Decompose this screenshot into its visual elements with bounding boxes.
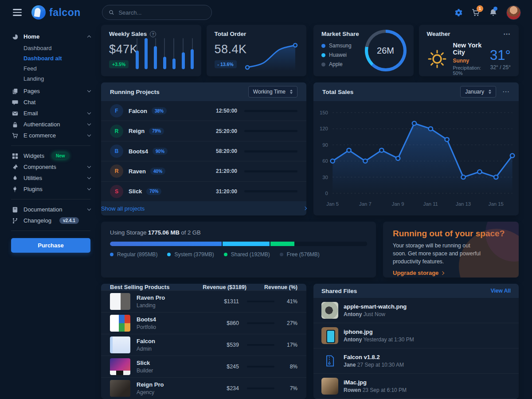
running-projects-header: Running Projects Working Time: [101, 82, 306, 101]
lock-icon: [11, 121, 19, 128]
settings-gear-icon[interactable]: [454, 8, 463, 17]
view-all-link[interactable]: View All: [491, 288, 511, 294]
sidebar-item-ecommerce[interactable]: E commerce: [11, 130, 90, 141]
sidebar-item-components[interactable]: Components: [11, 161, 90, 172]
project-progress-badge: 90%: [153, 148, 168, 155]
chevron-down-icon: [87, 89, 91, 92]
sidebar-item-plugins[interactable]: Plugins: [11, 184, 90, 195]
product-row[interactable]: Raven ProLanding $1311 41%: [101, 290, 306, 312]
weekly-sales-chart: [136, 38, 194, 69]
project-progress-bar: [244, 190, 297, 192]
chevron-down-icon: [87, 111, 91, 114]
sidebar-item-chat[interactable]: Chat: [11, 97, 90, 108]
chevron-down-icon: [87, 164, 91, 168]
sidebar-item-documentation[interactable]: Documentation: [11, 204, 90, 215]
project-time: 21:20:00: [216, 168, 237, 174]
shared-file-item[interactable]: Falcon v1.8.2 Jane 27 Sep at 10:30 AM: [313, 348, 519, 374]
card-menu-dots-icon[interactable]: ⋯: [502, 90, 510, 94]
products-files-row: Best Selling Products Revenue ($3189) Re…: [101, 284, 519, 399]
shared-file-item[interactable]: apple-smart-watch.png Antony Just Now: [313, 298, 519, 323]
legend-dot: [110, 253, 113, 256]
project-row[interactable]: B Boots4 90% 58:20:00: [101, 141, 306, 161]
widgets-grid-icon: [11, 153, 19, 159]
shared-file-item[interactable]: iphone.jpg Antony Yesterday at 1:30 PM: [313, 323, 519, 348]
select-arrows-icon: [290, 90, 293, 94]
version-badge: v2.4.1: [59, 217, 79, 224]
sidebar-item-utilities[interactable]: Utilities: [11, 172, 90, 184]
show-all-projects-link[interactable]: Show all projects: [101, 201, 306, 215]
sidebar-item-home[interactable]: Home: [11, 31, 90, 42]
project-time: 31:20:00: [216, 188, 237, 195]
svg-text:Jan 11: Jan 11: [423, 201, 438, 207]
total-sales-title: Total Sales: [322, 89, 353, 95]
upgrade-storage-link[interactable]: Upgrade storage: [393, 270, 444, 276]
legend-item-free: Free (576MB): [280, 251, 320, 258]
legend-item-regular: Regular (895MB): [110, 251, 157, 258]
storage-row: Using Storage 1775.06 MB of 2 GB Regular…: [101, 222, 519, 278]
sidebar-item-dashboard-alt[interactable]: Dashboard alt: [11, 53, 90, 63]
svg-text:Jan 15: Jan 15: [489, 201, 504, 207]
home-submenu: Dashboard Dashboard alt Feed Landing: [11, 43, 90, 84]
month-select[interactable]: January: [460, 86, 496, 98]
weather-precipitation: Precipitation: 50%: [453, 65, 485, 76]
storage-card: Using Storage 1775.06 MB of 2 GB Regular…: [101, 222, 376, 278]
legend-dot: [321, 44, 325, 48]
book-icon: [11, 207, 19, 213]
legend-item-shared: Shared (192MB): [224, 251, 270, 258]
chevron-down-icon: [87, 187, 91, 190]
chevron-down-icon: [87, 133, 91, 137]
upgrade-storage-card: Running out of your space? Your storage …: [383, 222, 519, 278]
project-row[interactable]: R Reign 79% 25:20:00: [101, 121, 306, 141]
card-menu-dots-icon[interactable]: ⋯: [503, 32, 511, 36]
sidebar-item-dashboard[interactable]: Dashboard: [11, 43, 90, 53]
revenue-column-header: Revenue ($3189): [176, 284, 246, 290]
weekly-sales-title-row: Weekly Sales ?: [109, 31, 193, 37]
total-sales-chart: 0306090120150Jan 5Jan 7Jan 9Jan 11Jan 13…: [313, 101, 519, 212]
sidebar-item-pages[interactable]: Pages: [11, 86, 90, 97]
total-sales-header: Total Sales January ⋯: [313, 82, 519, 101]
hamburger-menu-button[interactable]: [11, 7, 23, 18]
search-input[interactable]: [117, 9, 205, 16]
project-row[interactable]: S Slick 70% 31:20:00: [101, 181, 306, 201]
purchase-button[interactable]: Purchase: [11, 238, 90, 253]
project-row[interactable]: F Falcon 38% 12:50:00: [101, 101, 306, 121]
user-avatar[interactable]: [506, 5, 521, 20]
chevron-right-icon: [441, 271, 444, 275]
market-share-card: Market Share Samsung Huawei: [313, 25, 414, 76]
project-progress-bar: [244, 110, 297, 112]
project-progress-bar: [244, 170, 297, 172]
project-row[interactable]: R Raven 40% 21:20:00: [101, 161, 306, 181]
shopping-cart-icon: [11, 133, 19, 139]
file-zip-icon: [321, 352, 338, 369]
sidebar-item-authentication[interactable]: Authentication: [11, 119, 90, 130]
sidebar-item-feed[interactable]: Feed: [11, 63, 90, 74]
svg-text:60: 60: [322, 158, 328, 164]
product-row[interactable]: Reign ProAgency $234 7%: [101, 377, 306, 399]
cart-icon[interactable]: 1: [472, 8, 480, 17]
product-progress-bar: [247, 387, 274, 389]
puzzle-icon: [11, 164, 19, 170]
storage-bar: [110, 242, 367, 246]
product-row[interactable]: FalconAdmin $539 17%: [101, 334, 306, 356]
search-icon: [109, 9, 114, 16]
product-row[interactable]: Boots4Portfolio $860 27%: [101, 312, 306, 334]
shared-file-item[interactable]: iMac.jpg Rowen 23 Sep at 6:10 PM: [313, 374, 519, 399]
sidebar-item-widgets[interactable]: Widgets New: [11, 150, 90, 161]
working-time-select[interactable]: Working Time: [248, 86, 297, 98]
product-row[interactable]: SlickBuilder $245 8%: [101, 356, 306, 377]
notifications-bell-icon[interactable]: [489, 8, 497, 17]
svg-text:120: 120: [320, 126, 328, 132]
sidebar-item-changelog[interactable]: Changelog v2.4.1: [11, 215, 90, 226]
weather-title-row: Weather ⋯: [427, 31, 511, 37]
info-icon[interactable]: ?: [150, 31, 156, 37]
product-price: $234: [199, 385, 239, 391]
falcon-logo[interactable]: falcon: [31, 5, 81, 20]
sidebar-item-landing[interactable]: Landing: [11, 74, 90, 84]
sidebar-divider: [11, 231, 90, 231]
svg-text:0: 0: [325, 191, 328, 196]
plug-icon: [11, 186, 19, 192]
navbar-actions: 1: [454, 5, 521, 20]
sidebar-item-email[interactable]: Email: [11, 108, 90, 119]
notification-dot: [493, 7, 497, 11]
project-avatar: S: [110, 185, 123, 198]
